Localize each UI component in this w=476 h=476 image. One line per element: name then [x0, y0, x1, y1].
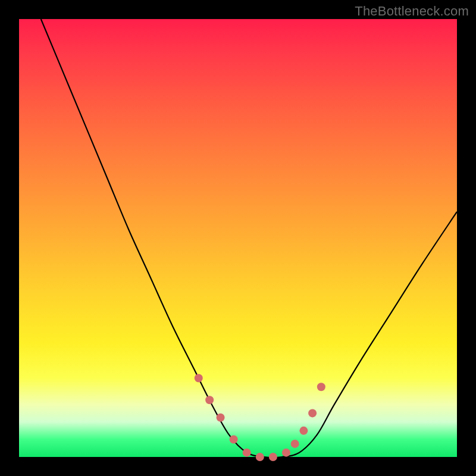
highlight-point [291, 440, 299, 448]
highlight-point [230, 436, 238, 444]
highlight-point [317, 383, 325, 391]
watermark-text: TheBottleneck.com [355, 4, 469, 19]
highlight-point [256, 453, 264, 461]
curve-layer [19, 19, 457, 457]
chart-frame: TheBottleneck.com [0, 0, 476, 476]
highlight-point [282, 449, 290, 457]
highlight-point [269, 453, 277, 461]
highlight-point [308, 409, 317, 417]
highlight-point [299, 427, 308, 435]
highlight-point [243, 449, 251, 457]
bottleneck-curve [41, 19, 457, 458]
highlight-point [195, 374, 203, 383]
highlight-point [217, 414, 225, 422]
highlight-point [205, 396, 214, 404]
plot-area [19, 19, 457, 457]
